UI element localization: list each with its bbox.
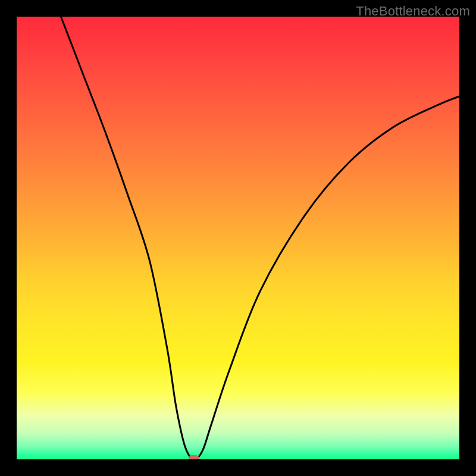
plot-area xyxy=(17,17,459,459)
bottleneck-curve xyxy=(17,17,459,459)
optimum-marker xyxy=(189,455,199,459)
chart-frame: TheBottleneck.com xyxy=(0,0,476,476)
